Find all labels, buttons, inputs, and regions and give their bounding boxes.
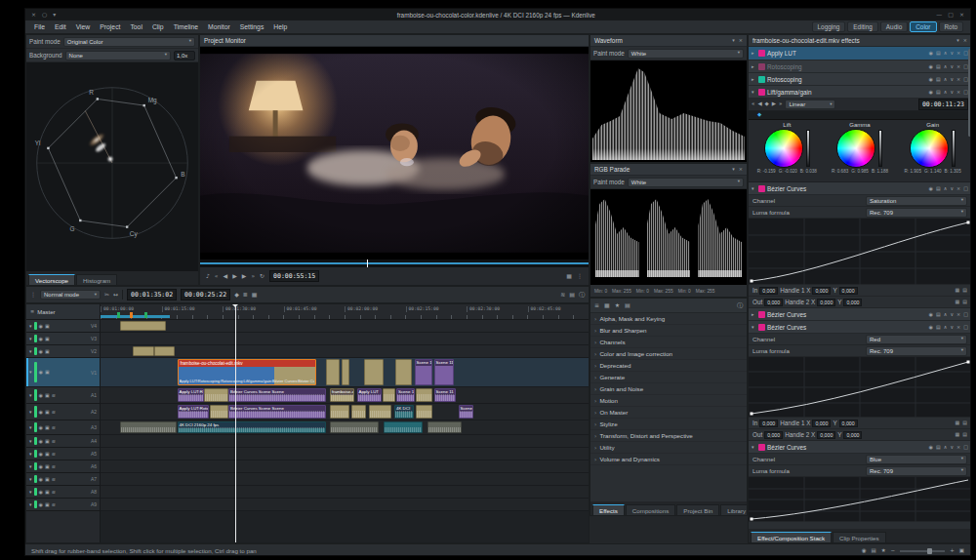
keyframe-icon[interactable]: ◆: [234, 292, 239, 298]
close-icon[interactable]: ×: [739, 167, 743, 172]
eye-icon[interactable]: ◉: [929, 186, 933, 191]
favorite-icon[interactable]: ★: [881, 548, 886, 554]
eye-icon[interactable]: ◉: [39, 410, 43, 415]
value-box[interactable]: 0,000: [759, 420, 778, 427]
effect-row-bezier-2[interactable]: ▸ Bézier Curves ◉ ▤ ∧ ∨ × □: [749, 308, 971, 321]
track-lane-v1[interactable]: framboise-ou-chocolat-edit.mkvApply LUT:…: [101, 358, 589, 387]
chevron-down-icon[interactable]: ▾: [29, 502, 32, 507]
grid-icon[interactable]: ▦: [956, 288, 960, 293]
track-lane-a8[interactable]: [101, 486, 589, 499]
lock-icon[interactable]: ▣: [45, 349, 50, 354]
track-lane-a2[interactable]: Apply LUT:RotoBézier Curves Scene Scene4…: [101, 404, 589, 420]
effects-category[interactable]: ›Stylize: [590, 419, 747, 430]
list-icon[interactable]: ▤: [962, 300, 967, 304]
move-up-icon[interactable]: ∧: [944, 77, 948, 82]
save-preset-icon[interactable]: ▤: [936, 77, 941, 82]
move-up-icon[interactable]: ∧: [944, 445, 948, 450]
lift-slider[interactable]: [806, 130, 810, 167]
restore-icon[interactable]: ○: [42, 12, 47, 18]
menu-item-help[interactable]: Help: [268, 23, 292, 30]
luma-formula-select[interactable]: Rec. 709▾: [866, 208, 967, 218]
list-icon[interactable]: ▤: [962, 432, 967, 437]
info-icon[interactable]: ⓘ: [737, 302, 743, 308]
menu-icon[interactable]: ≡: [30, 309, 34, 314]
chevron-down-icon[interactable]: ▾: [29, 410, 32, 415]
tab-project-bin[interactable]: Project Bin: [676, 504, 719, 515]
zoom-fit-icon[interactable]: ▣: [959, 548, 964, 554]
collapse-icon[interactable]: ▾: [752, 445, 756, 450]
zoom-out-icon[interactable]: −: [891, 548, 896, 554]
workspace-button-roto[interactable]: Roto: [939, 21, 964, 32]
monitor-playhead[interactable]: [367, 260, 368, 267]
value-box[interactable]: 0,000: [812, 287, 831, 295]
move-down-icon[interactable]: ∨: [950, 186, 954, 191]
chevron-down-icon[interactable]: ▾: [29, 349, 32, 354]
curve-editor-red[interactable]: [749, 357, 971, 418]
save-preset-icon[interactable]: ▤: [936, 90, 941, 95]
close-icon[interactable]: ×: [739, 38, 743, 43]
kf-fwd-icon[interactable]: ▶: [772, 101, 776, 107]
save-preset-icon[interactable]: ▤: [936, 51, 941, 56]
snap-icon[interactable]: ▦: [252, 292, 258, 298]
effects-category[interactable]: ›Color and Image correction: [590, 348, 747, 360]
timeline-clip[interactable]: Scene 11: [396, 388, 415, 402]
menu-item-edit[interactable]: Edit: [50, 23, 71, 30]
delete-icon[interactable]: ×: [956, 445, 960, 450]
parade-paint-mode-select[interactable]: White▾: [628, 178, 744, 187]
eye-icon[interactable]: ◉: [39, 349, 43, 354]
track-head-a1[interactable]: ▾◉▣≋A1: [26, 387, 100, 404]
timeline-clip[interactable]: [351, 405, 366, 419]
timeline-menu-icon[interactable]: ⋮: [30, 292, 36, 298]
move-down-icon[interactable]: ∨: [950, 445, 954, 450]
delete-icon[interactable]: ×: [956, 325, 960, 330]
delete-icon[interactable]: ×: [956, 64, 960, 69]
workspace-button-audio[interactable]: Audio: [880, 21, 908, 32]
tab-histogram[interactable]: Histogram: [76, 274, 117, 285]
move-down-icon[interactable]: ∨: [950, 312, 954, 317]
eye-icon[interactable]: ◉: [929, 77, 933, 82]
timeline-clip[interactable]: [204, 388, 228, 402]
track-lane-a3[interactable]: 4K DCI 2160p 24 fps: [101, 420, 589, 435]
lock-icon[interactable]: ▣: [45, 370, 50, 375]
timeline-clip[interactable]: Apply LUT:Roto: [178, 405, 210, 419]
menu-item-view[interactable]: View: [71, 23, 96, 30]
timeline-clip[interactable]: [154, 346, 175, 356]
menu-item-monitor[interactable]: Monitor: [203, 23, 235, 30]
timeline-clip[interactable]: 4K DCI 2160p 24 fps: [178, 421, 327, 433]
track-lane-a4[interactable]: [101, 435, 589, 448]
timeline-clip[interactable]: [120, 421, 177, 433]
list-icon[interactable]: ▤: [962, 420, 967, 425]
menu-item-settings[interactable]: Settings: [235, 23, 269, 30]
lock-icon[interactable]: ▣: [45, 393, 50, 398]
workspace-button-color[interactable]: Color: [910, 21, 936, 32]
spacer-tool-icon[interactable]: ↔: [113, 292, 118, 298]
effects-category[interactable]: ›Generate: [590, 372, 747, 383]
value-box[interactable]: 0,000: [839, 420, 858, 427]
list-icon[interactable]: ▤: [962, 288, 967, 293]
frame-back-icon[interactable]: ◀: [224, 273, 228, 279]
timeline-settings-icon[interactable]: ⓘ: [579, 292, 585, 298]
lock-icon[interactable]: ▣: [45, 425, 50, 430]
collapse-icon[interactable]: ▾: [732, 38, 735, 43]
channel-select[interactable]: Blue▾: [866, 455, 967, 464]
track-head-a3[interactable]: ▾◉▣≋A3: [26, 420, 100, 435]
eye-icon[interactable]: ◉: [39, 324, 43, 329]
enable-checkbox[interactable]: □: [963, 186, 968, 191]
move-down-icon[interactable]: ∨: [950, 64, 954, 69]
track-head-a2[interactable]: ▾◉▣≋A2: [26, 404, 100, 420]
tab-effect-composition-stack[interactable]: Effect/Composition Stack: [751, 532, 832, 542]
expand-icon[interactable]: ▸: [752, 64, 756, 69]
timeline-clip[interactable]: [427, 421, 462, 433]
track-head-a6[interactable]: ▾◉▣≋A6: [26, 460, 100, 473]
expand-icon[interactable]: ▸: [752, 312, 756, 317]
chevron-down-icon[interactable]: ▾: [29, 452, 32, 457]
delete-icon[interactable]: ×: [956, 51, 960, 56]
menu-item-tool[interactable]: Tool: [125, 23, 146, 30]
value-box[interactable]: 0,000: [843, 431, 862, 439]
chevron-down-icon[interactable]: ▾: [29, 324, 32, 329]
value-box[interactable]: 0,000: [817, 431, 835, 439]
kf-prev-icon[interactable]: «: [752, 101, 754, 107]
timeline-clip[interactable]: Scene 11: [434, 388, 456, 402]
save-icon[interactable]: ▤: [871, 548, 875, 554]
chevron-down-icon[interactable]: ▾: [29, 425, 32, 430]
